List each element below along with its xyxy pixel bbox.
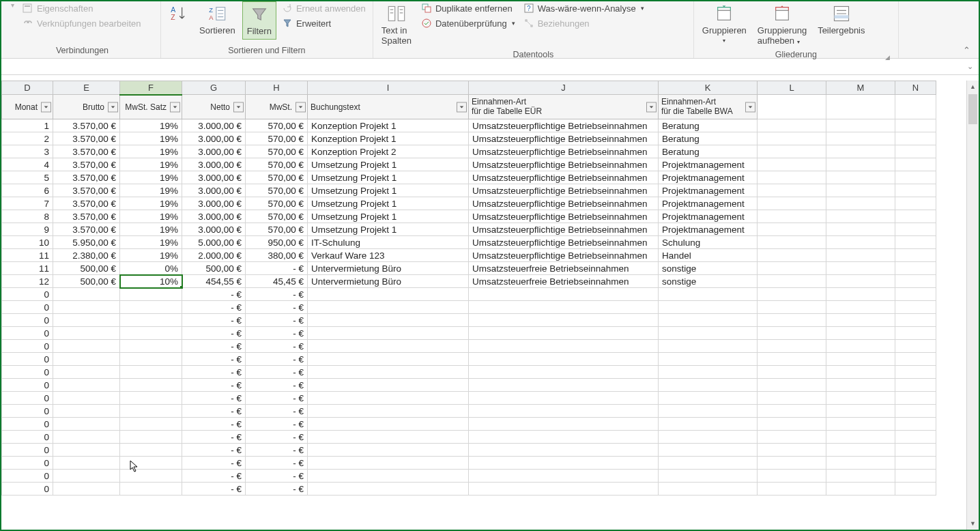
cell[interactable]: 570,00 € [246,158,308,171]
cell[interactable]: 3.000,00 € [182,184,246,197]
cell[interactable]: Untervermietung Büro [308,262,469,275]
cell[interactable] [659,470,758,483]
cell[interactable] [469,366,659,379]
cell[interactable] [758,483,826,496]
cell[interactable]: - € [246,470,308,483]
cell[interactable] [659,327,758,340]
cell[interactable]: 19% [120,236,182,249]
verknuepfungen-button[interactable]: Verknüpfungen bearbeiten [20,16,144,30]
scroll-up-icon[interactable]: ▲ [967,81,979,93]
cell[interactable] [53,444,120,457]
pruefung-button[interactable]: Datenüberprüfung ▾ [418,16,518,30]
cell[interactable]: 0 [2,366,53,379]
cell[interactable]: 10 [2,236,53,249]
cell[interactable] [53,366,120,379]
cell[interactable]: 3.000,00 € [182,158,246,171]
cell[interactable]: - € [246,353,308,366]
cell[interactable]: 19% [120,119,182,132]
cell[interactable]: - € [246,431,308,444]
cell[interactable] [308,483,469,496]
cell[interactable]: Projektmanagement [659,210,758,223]
cell[interactable] [758,145,826,158]
cell[interactable]: - € [182,431,246,444]
table-header-E[interactable]: Brutto [53,95,120,119]
cell[interactable] [659,418,758,431]
table-header-J[interactable]: Einnahmen-Artfür die Tabelle EÜR [469,95,659,119]
cell[interactable] [758,405,826,418]
cell[interactable]: 19% [120,171,182,184]
cell[interactable] [826,197,895,210]
cell[interactable]: 570,00 € [246,171,308,184]
cell[interactable]: 19% [120,145,182,158]
cell[interactable] [53,288,120,301]
cell[interactable] [758,470,826,483]
cell[interactable] [826,223,895,236]
cell[interactable]: Umsatzsteuerfreie Betriebseinnahmen [469,275,659,288]
filter-dropdown-K[interactable] [745,102,755,112]
cell[interactable] [308,457,469,470]
cell[interactable] [758,314,826,327]
cell[interactable] [308,379,469,392]
cell[interactable]: 11 [2,249,53,262]
filter-dropdown-G[interactable] [233,102,244,112]
cell[interactable]: 3.570,00 € [53,197,120,210]
cell[interactable] [826,457,895,470]
cell[interactable]: 0 [2,418,53,431]
cell[interactable] [826,470,895,483]
cell[interactable] [469,288,659,301]
cell[interactable] [53,405,120,418]
column-header-N[interactable]: N [895,81,936,95]
cell[interactable] [826,275,895,288]
cell[interactable] [659,366,758,379]
cell[interactable] [120,288,182,301]
cell[interactable] [659,483,758,496]
cell[interactable] [308,340,469,353]
cell[interactable]: 19% [120,249,182,262]
cell[interactable]: 570,00 € [246,132,308,145]
cell[interactable]: Umsatzsteuerpflichtige Betriebseinnahmen [469,119,659,132]
cell[interactable]: 0 [2,340,53,353]
cell[interactable] [895,210,936,223]
cell[interactable]: 19% [120,197,182,210]
cell[interactable]: 3.570,00 € [53,210,120,223]
cell[interactable]: 500,00 € [53,275,120,288]
cell[interactable] [120,392,182,405]
cell[interactable] [659,288,758,301]
cell[interactable]: 570,00 € [246,119,308,132]
cell[interactable]: Umsetzung Projekt 1 [308,197,469,210]
cell[interactable] [53,470,120,483]
cell[interactable] [659,340,758,353]
cell[interactable]: Umsatzsteuerpflichtige Betriebseinnahmen [469,197,659,210]
cell[interactable] [895,262,936,275]
cell[interactable]: 0 [2,314,53,327]
cell[interactable] [758,236,826,249]
column-header-E[interactable]: E [53,81,120,95]
teilergebnis-button[interactable]: Teilergebnis [813,1,869,38]
cell[interactable] [120,457,182,470]
cell[interactable] [758,340,826,353]
cell[interactable]: - € [182,483,246,496]
cell[interactable]: 1 [2,119,53,132]
cell[interactable]: 3.000,00 € [182,210,246,223]
cell[interactable] [469,327,659,340]
cell[interactable]: - € [246,444,308,457]
filter-dropdown-E[interactable] [108,102,118,112]
cell[interactable] [826,288,895,301]
cell[interactable] [826,314,895,327]
cell[interactable]: 9 [2,223,53,236]
cell[interactable] [308,470,469,483]
cell[interactable] [758,444,826,457]
cell[interactable] [758,457,826,470]
cell[interactable]: Projektmanagement [659,158,758,171]
column-header-J[interactable]: J [469,81,659,95]
cell[interactable]: 3.570,00 € [53,119,120,132]
cell[interactable]: Umsetzung Projekt 1 [308,171,469,184]
cell[interactable]: - € [182,405,246,418]
cell[interactable]: Umsatzsteuerpflichtige Betriebseinnahmen [469,158,659,171]
cell[interactable]: 0 [2,405,53,418]
cell[interactable]: - € [182,314,246,327]
cell[interactable] [895,197,936,210]
cell[interactable]: 19% [120,223,182,236]
collapse-ribbon-icon[interactable]: ⌃ [957,1,976,58]
cell[interactable]: 380,00 € [246,249,308,262]
